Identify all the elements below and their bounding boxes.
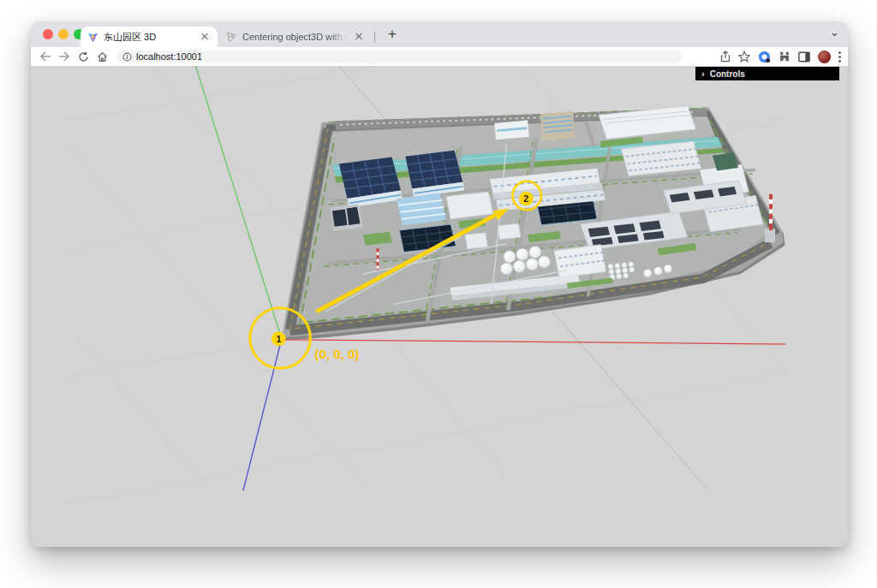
threejs-canvas[interactable]: 1 2 (0, 0, 0): [31, 66, 848, 547]
tab-title: 东山园区 3D: [104, 31, 194, 44]
menu-kebab-icon[interactable]: [838, 51, 841, 62]
browser-window: 东山园区 3D Centering object3D with child + …: [31, 21, 848, 547]
tab-search-chevron-icon[interactable]: ⌄: [830, 26, 839, 39]
tab-dongshan-3d[interactable]: 东山园区 3D: [81, 27, 218, 47]
url-text[interactable]: localhost:10001: [136, 51, 202, 62]
threejs-logo-icon: [226, 32, 237, 43]
tab-strip: 东山园区 3D Centering object3D with child + …: [31, 21, 848, 47]
threejs-viewport[interactable]: 1 2 (0, 0, 0) › Controls: [31, 66, 848, 547]
tab-close-icon[interactable]: [353, 31, 365, 43]
bookmark-star-icon[interactable]: [738, 50, 750, 62]
browser-toolbar: localhost:10001: [31, 47, 848, 66]
address-bar[interactable]: localhost:10001: [116, 50, 682, 63]
close-window-button[interactable]: [43, 29, 53, 39]
tab-close-icon[interactable]: [199, 31, 211, 43]
vite-logo-icon: [87, 32, 98, 43]
extensions-puzzle-icon[interactable]: [779, 50, 790, 62]
new-tab-button[interactable]: +: [382, 24, 403, 45]
reload-button[interactable]: [74, 50, 92, 63]
controls-panel-title: Controls: [710, 69, 745, 79]
minimize-window-button[interactable]: [58, 29, 69, 39]
back-button[interactable]: [36, 50, 55, 63]
forward-button[interactable]: [55, 50, 74, 63]
marker-1-label: 1: [276, 334, 281, 344]
profile-avatar[interactable]: [818, 50, 831, 63]
origin-coordinates-label: (0, 0, 0): [315, 347, 360, 361]
tab-threejs-forum[interactable]: Centering object3D with child: [219, 27, 372, 47]
home-button[interactable]: [92, 50, 111, 63]
side-panel-icon[interactable]: [798, 51, 810, 62]
site-info-icon[interactable]: [122, 52, 132, 62]
tab-divider: [374, 32, 375, 43]
extension-badge-icon[interactable]: [758, 50, 771, 63]
marker-2-label: 2: [523, 193, 528, 204]
controls-chevron-icon: ›: [701, 68, 705, 79]
controls-panel[interactable]: › Controls: [695, 67, 839, 80]
share-icon[interactable]: [720, 50, 731, 62]
tab-title: Centering object3D with child: [242, 32, 348, 42]
